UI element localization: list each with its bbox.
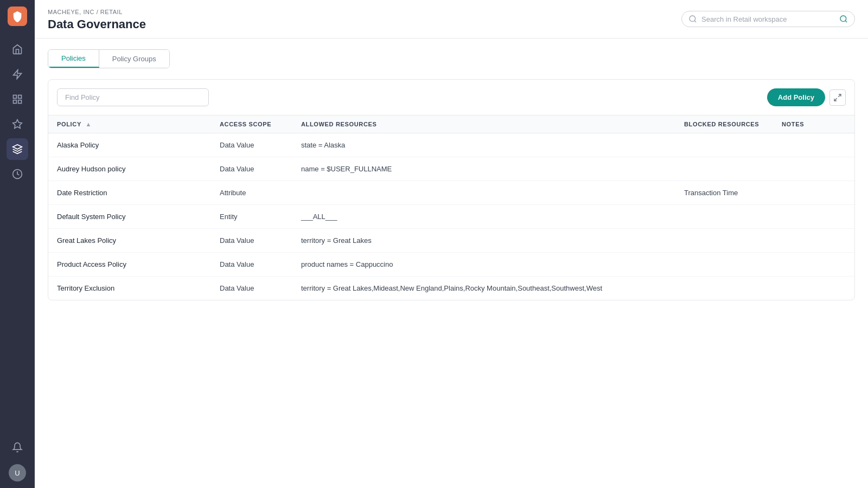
svg-marker-6 — [13, 145, 22, 149]
find-policy-input[interactable] — [57, 88, 209, 106]
cell-allowed-resources: territory = Great Lakes — [292, 229, 675, 253]
cell-access-scope: Data Value — [211, 277, 292, 300]
table-row[interactable]: Default System Policy Entity ___ALL___ — [48, 205, 854, 229]
policies-table: POLICY ▲ ACCESS SCOPE ALLOWED RESOURCES … — [48, 115, 854, 300]
cell-allowed-resources: name = $USER_FULLNAME — [292, 157, 675, 181]
sidebar: U — [0, 0, 35, 488]
table-row[interactable]: Date Restriction Attribute Transaction T… — [48, 181, 854, 205]
clock-icon — [12, 169, 23, 179]
search-box — [681, 11, 855, 27]
cell-notes — [773, 133, 854, 157]
search-input[interactable] — [701, 15, 835, 23]
cell-notes — [773, 181, 854, 205]
cell-policy: Product Access Policy — [48, 253, 211, 277]
page-header: MACHEYE, INC / RETAIL Data Governance — [35, 0, 868, 38]
cell-notes — [773, 229, 854, 253]
table-row[interactable]: Product Access Policy Data Value product… — [48, 253, 854, 277]
sidebar-item-grid[interactable] — [7, 88, 28, 110]
svg-marker-5 — [13, 120, 22, 129]
tab-policy-groups[interactable]: Policy Groups — [99, 50, 169, 68]
cell-notes — [773, 277, 854, 300]
sidebar-item-events[interactable] — [7, 63, 28, 85]
col-access-scope: ACCESS SCOPE — [211, 115, 292, 133]
home-icon — [12, 44, 23, 55]
svg-point-8 — [690, 16, 695, 22]
lightning-icon — [12, 69, 23, 80]
svg-line-10 — [838, 94, 841, 97]
search-submit-icon — [839, 15, 848, 23]
cell-policy: Audrey Hudson policy — [48, 157, 211, 181]
search-submit-button[interactable] — [839, 15, 848, 23]
cell-notes — [773, 205, 854, 229]
table-row[interactable]: Alaska Policy Data Value state = Alaska — [48, 133, 854, 157]
col-policy: POLICY ▲ — [48, 115, 211, 133]
svg-line-11 — [834, 98, 837, 101]
page-title: Data Governance — [48, 17, 146, 31]
cell-blocked-resources — [675, 253, 773, 277]
cell-notes — [773, 157, 854, 181]
cell-notes — [773, 253, 854, 277]
cell-blocked-resources — [675, 277, 773, 300]
svg-point-9 — [840, 16, 846, 22]
cell-access-scope: Data Value — [211, 133, 292, 157]
content-area: Policies Policy Groups Add Policy — [35, 38, 868, 488]
cell-access-scope: Entity — [211, 205, 292, 229]
table-row[interactable]: Territory Exclusion Data Value territory… — [48, 277, 854, 300]
cell-policy: Territory Exclusion — [48, 277, 211, 300]
table-row[interactable]: Audrey Hudson policy Data Value name = $… — [48, 157, 854, 181]
cell-blocked-resources — [675, 229, 773, 253]
sidebar-item-history[interactable] — [7, 163, 28, 185]
cell-access-scope: Data Value — [211, 229, 292, 253]
user-avatar[interactable]: U — [9, 464, 26, 481]
col-notes: NOTES — [773, 115, 854, 133]
expand-button[interactable] — [829, 89, 846, 106]
bell-icon — [12, 442, 23, 453]
cell-blocked-resources: Transaction Time — [675, 181, 773, 205]
add-policy-button[interactable]: Add Policy — [767, 88, 825, 106]
sidebar-item-layers[interactable] — [7, 138, 28, 160]
tab-policies[interactable]: Policies — [48, 50, 99, 68]
cell-policy: Default System Policy — [48, 205, 211, 229]
cell-access-scope: Data Value — [211, 253, 292, 277]
search-box-icon — [688, 15, 697, 23]
table-body: Alaska Policy Data Value state = Alaska … — [48, 133, 854, 300]
cell-allowed-resources: product names = Cappuccino — [292, 253, 675, 277]
cell-allowed-resources — [292, 181, 675, 205]
sidebar-item-notifications[interactable] — [7, 436, 28, 458]
svg-rect-4 — [18, 100, 22, 104]
cell-access-scope: Attribute — [211, 181, 292, 205]
policies-table-card: Add Policy POLICY ▲ — [48, 79, 855, 300]
expand-icon — [833, 93, 842, 102]
tab-bar: Policies Policy Groups — [48, 49, 170, 68]
table-row[interactable]: Great Lakes Policy Data Value territory … — [48, 229, 854, 253]
star-icon — [12, 119, 23, 130]
sidebar-item-home[interactable] — [7, 38, 28, 60]
cell-policy: Date Restriction — [48, 181, 211, 205]
breadcrumb: MACHEYE, INC / RETAIL — [48, 9, 146, 15]
cell-policy: Great Lakes Policy — [48, 229, 211, 253]
cell-blocked-resources — [675, 157, 773, 181]
header-right — [681, 11, 855, 27]
app-logo[interactable] — [8, 7, 27, 26]
svg-marker-0 — [14, 70, 22, 79]
cell-blocked-resources — [675, 205, 773, 229]
table-toolbar: Add Policy — [48, 80, 854, 115]
cell-policy: Alaska Policy — [48, 133, 211, 157]
sort-icon-policy[interactable]: ▲ — [85, 121, 92, 127]
svg-rect-3 — [14, 100, 17, 104]
svg-rect-1 — [14, 95, 17, 99]
sidebar-item-favorites[interactable] — [7, 113, 28, 135]
toolbar-right: Add Policy — [767, 88, 846, 106]
cell-allowed-resources: ___ALL___ — [292, 205, 675, 229]
cell-access-scope: Data Value — [211, 157, 292, 181]
col-allowed-resources: ALLOWED RESOURCES — [292, 115, 675, 133]
main-content: MACHEYE, INC / RETAIL Data Governance Po… — [35, 0, 868, 488]
cell-allowed-resources: territory = Great Lakes,Mideast,New Engl… — [292, 277, 675, 300]
logo-icon — [11, 10, 23, 22]
svg-rect-2 — [18, 95, 22, 99]
cell-allowed-resources: state = Alaska — [292, 133, 675, 157]
header-left: MACHEYE, INC / RETAIL Data Governance — [48, 9, 146, 31]
grid-icon — [12, 94, 23, 105]
layers-icon — [12, 144, 23, 155]
col-blocked-resources: BLOCKED RESOURCES — [675, 115, 773, 133]
